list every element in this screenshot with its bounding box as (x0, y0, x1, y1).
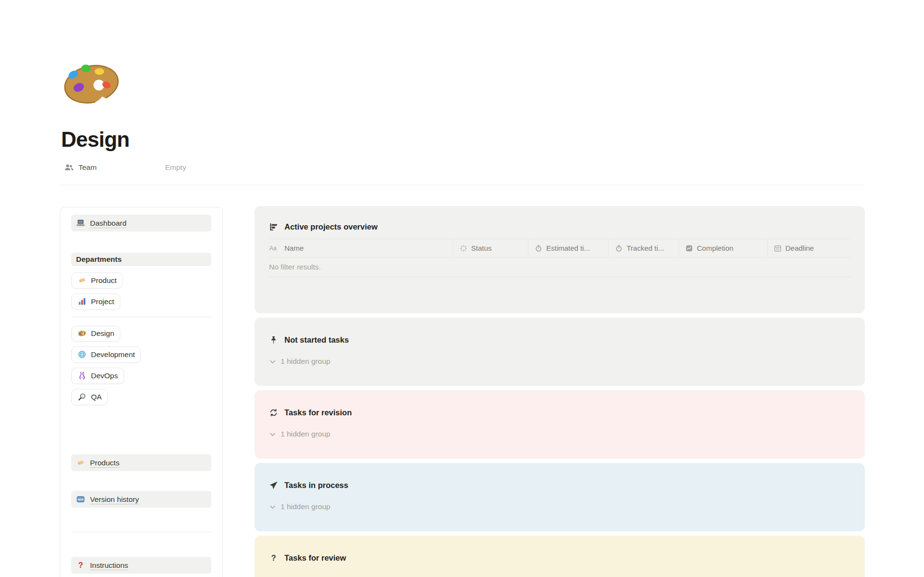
projects-card-title[interactable]: Active projects overview (255, 206, 865, 239)
status-spinner-icon (460, 244, 467, 252)
question-dark-icon: ? (269, 553, 278, 563)
hidden-group-toggle[interactable]: 1 hidden group (255, 417, 865, 438)
laptop-icon (76, 218, 85, 228)
column-header-label: Estimated ti... (546, 244, 590, 252)
dna-icon (77, 371, 87, 380)
palette-small-icon (77, 330, 87, 337)
hidden-group-toggle[interactable]: 1 hidden group (255, 345, 865, 366)
card-active-projects: Active projects overview AaNameStatusEst… (255, 206, 865, 313)
sidebar-item-project[interactable]: Project (71, 294, 120, 310)
sidebar-item-label: Version history (90, 495, 139, 504)
main-column: Active projects overview AaNameStatusEst… (255, 206, 865, 577)
sidebar: DashboardDepartmentsProductProjectDesign… (60, 207, 223, 577)
column-header-tracked-ti[interactable]: Tracked ti... (608, 239, 679, 257)
svg-text:Aa: Aa (270, 245, 277, 252)
sidebar-item-qa[interactable]: QA (71, 389, 108, 405)
hidden-group-label: 1 hidden group (281, 502, 330, 511)
team-property-name[interactable]: Team (64, 163, 97, 172)
column-header-name[interactable]: AaName (268, 239, 453, 257)
column-header-status[interactable]: Status (453, 239, 528, 257)
tag-icon (76, 458, 85, 467)
svg-text:?: ? (78, 561, 83, 570)
task-section-title[interactable]: Tasks in process (255, 463, 865, 490)
sidebar-item-instructions[interactable]: ?Instructions (71, 557, 211, 574)
globe-icon (77, 350, 87, 359)
sidebar-item-label: Development (91, 350, 135, 359)
chevron-down-icon (269, 503, 276, 511)
tag-icon (77, 276, 87, 285)
sidebar-item-label: Project (91, 297, 114, 306)
aa-icon: Aa (269, 244, 281, 252)
task-section-in-process: Tasks in process1 hidden group (255, 463, 865, 531)
timer-icon (535, 244, 542, 252)
task-section-title[interactable]: Tasks for revision (255, 390, 865, 417)
svg-text:?: ? (271, 553, 276, 563)
team-property-label: Team (78, 163, 97, 172)
timer-icon (615, 244, 623, 252)
projects-card-title-label: Active projects overview (284, 222, 378, 231)
svg-text:NEW: NEW (78, 498, 84, 501)
task-section-title[interactable]: ?Tasks for review (255, 536, 865, 563)
sidebar-item-dashboard[interactable]: Dashboard (71, 215, 211, 231)
team-property-row: Team Empty (64, 160, 97, 175)
empty-state-text: No filter results. (268, 257, 851, 277)
sidebar-item-label: Dashboard (90, 219, 127, 228)
question-red-icon: ? (76, 561, 85, 570)
refresh-icon (269, 408, 278, 417)
sidebar-item-label: Product (91, 276, 116, 285)
properties-divider (60, 185, 865, 185)
hidden-group-label: 1 hidden group (281, 357, 330, 366)
hidden-group-toggle[interactable]: 1 hidden group (255, 490, 865, 511)
people-icon (64, 163, 74, 172)
sidebar-item-devops[interactable]: DevOps (71, 368, 124, 384)
magnifier-icon (77, 392, 87, 401)
chevron-down-icon (269, 358, 276, 365)
sidebar-item-products[interactable]: Products (71, 454, 211, 471)
column-header-estimated-ti[interactable]: Estimated ti... (528, 239, 608, 257)
column-header-deadline[interactable]: Deadline (767, 239, 851, 257)
navigation-icon (269, 481, 278, 490)
chart-icon (685, 244, 693, 252)
task-section-not-started: Not started tasks1 hidden group (255, 318, 865, 386)
pin-icon (269, 335, 278, 345)
task-section-title-label: Tasks for review (284, 553, 346, 563)
sidebar-item-label: Design (91, 329, 114, 338)
new-badge-icon: NEW (76, 495, 85, 504)
column-header-label: Tracked ti... (627, 244, 664, 252)
column-header-label: Completion (697, 244, 733, 252)
sidebar-item-development[interactable]: Development (71, 346, 141, 363)
team-property-value[interactable]: Empty (165, 163, 186, 172)
sidebar-item-label: QA (91, 393, 102, 401)
sidebar-item-product[interactable]: Product (71, 272, 123, 289)
sidebar-item-label: Instructions (90, 561, 128, 570)
sidebar-heading-departments: Departments (71, 253, 211, 266)
chevron-down-icon (269, 431, 276, 438)
sidebar-items: DashboardDepartmentsProductProjectDesign… (71, 215, 211, 574)
task-section-revision: Tasks for revision1 hidden group (255, 390, 865, 459)
task-section-title-label: Tasks for revision (284, 408, 352, 417)
sidebar-item-label: Products (90, 459, 119, 467)
column-header-label: Name (284, 244, 304, 252)
calendar-icon (774, 244, 782, 252)
sidebar-divider-1 (71, 317, 211, 317)
task-section-title[interactable]: Not started tasks (255, 318, 865, 345)
sidebar-item-version-history[interactable]: NEWVersion history (71, 491, 211, 508)
task-section-review: ?Tasks for review (255, 536, 865, 577)
page-title[interactable]: Design (61, 128, 129, 152)
sidebar-divider-2 (71, 532, 211, 532)
column-header-completion[interactable]: Completion (679, 239, 767, 257)
page-icon[interactable] (60, 60, 123, 109)
sidebar-item-design[interactable]: Design (71, 326, 120, 342)
hidden-group-label: 1 hidden group (281, 430, 330, 438)
column-header-label: Status (471, 244, 492, 252)
table-header-row: AaNameStatusEstimated ti...Tracked ti...… (268, 239, 851, 257)
sidebar-item-label: DevOps (91, 372, 118, 380)
palette-emoji-icon (60, 60, 123, 109)
task-section-title-label: Tasks in process (284, 481, 348, 490)
bar-chart-icon (77, 297, 87, 306)
task-section-title-label: Not started tasks (284, 335, 349, 345)
column-header-label: Deadline (785, 244, 814, 252)
task-sections: Not started tasks1 hidden groupTasks for… (255, 318, 865, 577)
bar-chart-horizontal-icon (269, 222, 278, 231)
